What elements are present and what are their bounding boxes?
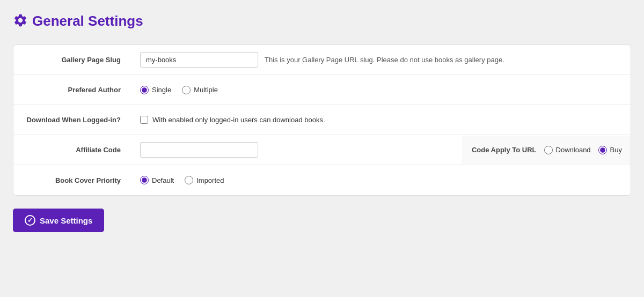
download-logged-in-checkbox[interactable] bbox=[140, 116, 148, 124]
download-logged-in-row: Download When Logged-in? With enabled on… bbox=[13, 105, 631, 135]
cover-imported-radio[interactable] bbox=[185, 176, 193, 184]
cover-imported-label: Imported bbox=[196, 176, 224, 184]
preferred-author-row: Prefered Author Single Multiple bbox=[13, 75, 631, 105]
affiliate-buy-option[interactable]: Buy bbox=[598, 146, 622, 154]
gallery-slug-content: This is your Gallery Page URL slug. Plea… bbox=[131, 46, 631, 74]
book-cover-priority-label: Book Cover Priority bbox=[13, 169, 131, 192]
author-multiple-option[interactable]: Multiple bbox=[182, 86, 218, 94]
affiliate-download-option[interactable]: Downloand bbox=[544, 146, 591, 154]
gallery-slug-input[interactable] bbox=[140, 52, 258, 68]
affiliate-buy-radio[interactable] bbox=[598, 146, 607, 154]
code-apply-label: Code Apply To URL bbox=[472, 146, 537, 154]
gear-icon bbox=[13, 13, 28, 29]
download-logged-in-content: With enabled only logged-in users can do… bbox=[131, 109, 631, 130]
affiliate-input-wrap bbox=[131, 136, 463, 164]
cover-priority-radio-group: Default Imported bbox=[140, 176, 224, 184]
gallery-slug-row: Gallery Page Slug This is your Gallery P… bbox=[13, 45, 631, 75]
author-single-option[interactable]: Single bbox=[140, 86, 171, 94]
cover-default-label: Default bbox=[152, 176, 174, 184]
gallery-slug-label: Gallery Page Slug bbox=[13, 48, 131, 71]
affiliate-code-input[interactable] bbox=[140, 142, 258, 158]
affiliate-download-label: Downloand bbox=[556, 146, 591, 154]
download-logged-in-label: Download When Logged-in? bbox=[13, 108, 131, 131]
page-title-container: General Settings bbox=[13, 13, 631, 29]
preferred-author-content: Single Multiple bbox=[131, 79, 631, 101]
affiliate-right: Code Apply To URL Downloand Buy bbox=[463, 136, 631, 164]
check-circle-icon: ✓ bbox=[25, 215, 35, 226]
settings-card: Gallery Page Slug This is your Gallery P… bbox=[13, 44, 631, 196]
affiliate-buy-label: Buy bbox=[610, 146, 622, 154]
book-cover-priority-content: Default Imported bbox=[131, 169, 631, 191]
author-radio-group: Single Multiple bbox=[140, 86, 218, 94]
cover-default-radio[interactable] bbox=[140, 176, 149, 184]
preferred-author-label: Prefered Author bbox=[13, 78, 131, 101]
affiliate-row-content: Code Apply To URL Downloand Buy bbox=[131, 136, 631, 164]
book-cover-priority-row: Book Cover Priority Default Imported bbox=[13, 165, 631, 195]
download-logged-in-checkbox-label[interactable]: With enabled only logged-in users can do… bbox=[140, 116, 325, 124]
download-logged-in-hint: With enabled only logged-in users can do… bbox=[152, 116, 325, 124]
page-title: General Settings bbox=[32, 13, 143, 29]
affiliate-code-row: Affiliate Code Code Apply To URL Downloa… bbox=[13, 135, 631, 165]
save-settings-button[interactable]: ✓ Save Settings bbox=[13, 209, 104, 232]
save-button-label: Save Settings bbox=[40, 216, 92, 225]
author-multiple-radio[interactable] bbox=[182, 86, 191, 94]
gallery-slug-hint: This is your Gallery Page URL slug. Plea… bbox=[265, 56, 504, 64]
affiliate-code-label: Affiliate Code bbox=[13, 138, 131, 161]
cover-default-option[interactable]: Default bbox=[140, 176, 174, 184]
cover-imported-option[interactable]: Imported bbox=[185, 176, 224, 184]
author-multiple-label: Multiple bbox=[194, 86, 218, 94]
author-single-radio[interactable] bbox=[140, 86, 149, 94]
author-single-label: Single bbox=[152, 86, 171, 94]
affiliate-download-radio[interactable] bbox=[544, 146, 553, 154]
